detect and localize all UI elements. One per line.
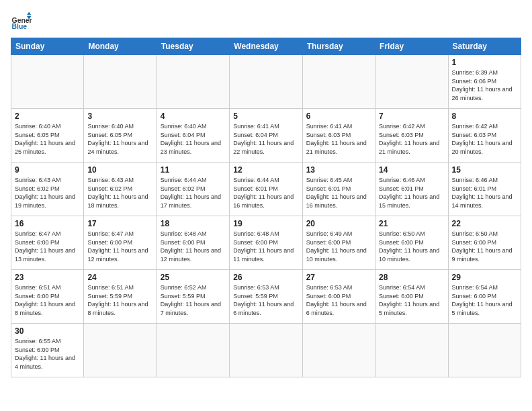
calendar-cell (230, 324, 302, 377)
calendar-cell: 6Sunrise: 6:41 AM Sunset: 6:03 PM Daylig… (302, 109, 375, 163)
day-number: 1 (452, 58, 517, 67)
day-info: Sunrise: 6:54 AM Sunset: 6:00 PM Dayligh… (379, 283, 444, 317)
calendar-week-5: 30Sunrise: 6:55 AM Sunset: 6:00 PM Dayli… (11, 324, 521, 377)
day-number: 29 (452, 273, 517, 282)
day-number: 15 (452, 165, 517, 175)
day-info: Sunrise: 6:51 AM Sunset: 6:00 PM Dayligh… (15, 283, 80, 317)
calendar-cell: 3Sunrise: 6:40 AM Sunset: 6:05 PM Daylig… (84, 109, 157, 163)
day-info: Sunrise: 6:39 AM Sunset: 6:06 PM Dayligh… (452, 68, 517, 102)
day-number: 11 (161, 165, 226, 175)
day-info: Sunrise: 6:54 AM Sunset: 6:00 PM Dayligh… (452, 283, 517, 317)
weekday-sunday: Sunday (11, 38, 84, 55)
day-info: Sunrise: 6:47 AM Sunset: 6:00 PM Dayligh… (87, 230, 152, 263)
day-info: Sunrise: 6:44 AM Sunset: 6:02 PM Dayligh… (161, 176, 226, 210)
calendar-cell (11, 55, 84, 109)
day-number: 8 (452, 111, 517, 121)
day-number: 22 (452, 219, 517, 228)
day-number: 13 (306, 165, 371, 175)
calendar-cell: 21Sunrise: 6:50 AM Sunset: 6:00 PM Dayli… (375, 216, 448, 270)
day-number: 28 (379, 273, 444, 282)
weekday-header-row: SundayMondayTuesdayWednesdayThursdayFrid… (11, 38, 521, 55)
weekday-monday: Monday (84, 38, 157, 55)
calendar-week-0: 1Sunrise: 6:39 AM Sunset: 6:06 PM Daylig… (11, 55, 521, 109)
svg-marker-2 (27, 12, 31, 15)
page-header: General Blue (11, 11, 521, 32)
calendar-cell: 1Sunrise: 6:39 AM Sunset: 6:06 PM Daylig… (448, 55, 521, 109)
calendar-cell: 5Sunrise: 6:41 AM Sunset: 6:04 PM Daylig… (230, 109, 302, 163)
calendar-cell (84, 55, 157, 109)
day-number: 3 (87, 111, 152, 121)
day-number: 16 (15, 219, 80, 228)
day-number: 9 (15, 165, 80, 175)
day-number: 6 (306, 111, 371, 121)
calendar-week-4: 23Sunrise: 6:51 AM Sunset: 6:00 PM Dayli… (11, 270, 521, 324)
day-number: 12 (233, 165, 298, 175)
day-info: Sunrise: 6:46 AM Sunset: 6:01 PM Dayligh… (379, 176, 444, 210)
day-number: 18 (161, 219, 226, 228)
calendar-cell: 7Sunrise: 6:42 AM Sunset: 6:03 PM Daylig… (375, 109, 448, 163)
day-info: Sunrise: 6:47 AM Sunset: 6:00 PM Dayligh… (15, 230, 80, 263)
day-info: Sunrise: 6:40 AM Sunset: 6:05 PM Dayligh… (15, 122, 80, 156)
calendar-cell (157, 55, 229, 109)
calendar-cell: 28Sunrise: 6:54 AM Sunset: 6:00 PM Dayli… (375, 270, 448, 324)
calendar-cell: 12Sunrise: 6:44 AM Sunset: 6:01 PM Dayli… (230, 163, 302, 216)
day-number: 21 (379, 219, 444, 228)
calendar-body: 1Sunrise: 6:39 AM Sunset: 6:06 PM Daylig… (11, 55, 521, 377)
day-number: 19 (233, 219, 298, 228)
day-info: Sunrise: 6:41 AM Sunset: 6:03 PM Dayligh… (306, 122, 371, 156)
day-info: Sunrise: 6:40 AM Sunset: 6:05 PM Dayligh… (87, 122, 152, 156)
weekday-friday: Friday (375, 38, 448, 55)
calendar-cell (302, 324, 375, 377)
day-info: Sunrise: 6:48 AM Sunset: 6:00 PM Dayligh… (233, 230, 298, 263)
calendar-cell: 9Sunrise: 6:43 AM Sunset: 6:02 PM Daylig… (11, 163, 84, 216)
day-info: Sunrise: 6:49 AM Sunset: 6:00 PM Dayligh… (306, 230, 371, 263)
day-info: Sunrise: 6:41 AM Sunset: 6:04 PM Dayligh… (233, 122, 298, 156)
day-info: Sunrise: 6:43 AM Sunset: 6:02 PM Dayligh… (15, 176, 80, 210)
day-info: Sunrise: 6:44 AM Sunset: 6:01 PM Dayligh… (233, 176, 298, 210)
calendar-cell: 30Sunrise: 6:55 AM Sunset: 6:00 PM Dayli… (11, 324, 84, 377)
weekday-saturday: Saturday (448, 38, 521, 55)
calendar-cell: 19Sunrise: 6:48 AM Sunset: 6:00 PM Dayli… (230, 216, 302, 270)
calendar-cell: 2Sunrise: 6:40 AM Sunset: 6:05 PM Daylig… (11, 109, 84, 163)
calendar-cell (302, 55, 375, 109)
day-info: Sunrise: 6:40 AM Sunset: 6:04 PM Dayligh… (161, 122, 226, 156)
day-info: Sunrise: 6:53 AM Sunset: 6:00 PM Dayligh… (306, 283, 371, 317)
calendar-cell: 15Sunrise: 6:46 AM Sunset: 6:01 PM Dayli… (448, 163, 521, 216)
day-info: Sunrise: 6:42 AM Sunset: 6:03 PM Dayligh… (379, 122, 444, 156)
calendar-cell: 11Sunrise: 6:44 AM Sunset: 6:02 PM Dayli… (157, 163, 229, 216)
weekday-thursday: Thursday (302, 38, 375, 55)
day-info: Sunrise: 6:53 AM Sunset: 5:59 PM Dayligh… (233, 283, 298, 317)
calendar-cell: 25Sunrise: 6:52 AM Sunset: 5:59 PM Dayli… (157, 270, 229, 324)
weekday-tuesday: Tuesday (157, 38, 229, 55)
day-number: 17 (87, 219, 152, 228)
day-number: 4 (161, 111, 226, 121)
day-number: 2 (15, 111, 80, 121)
calendar-cell: 20Sunrise: 6:49 AM Sunset: 6:00 PM Dayli… (302, 216, 375, 270)
day-info: Sunrise: 6:55 AM Sunset: 6:00 PM Dayligh… (15, 337, 80, 371)
calendar-cell: 18Sunrise: 6:48 AM Sunset: 6:00 PM Dayli… (157, 216, 229, 270)
day-number: 20 (306, 219, 371, 228)
day-number: 30 (15, 326, 80, 336)
day-info: Sunrise: 6:50 AM Sunset: 6:00 PM Dayligh… (379, 230, 444, 263)
calendar-cell (375, 324, 448, 377)
calendar-week-1: 2Sunrise: 6:40 AM Sunset: 6:05 PM Daylig… (11, 109, 521, 163)
calendar-cell: 23Sunrise: 6:51 AM Sunset: 6:00 PM Dayli… (11, 270, 84, 324)
calendar-cell: 29Sunrise: 6:54 AM Sunset: 6:00 PM Dayli… (448, 270, 521, 324)
day-number: 27 (306, 273, 371, 282)
day-info: Sunrise: 6:48 AM Sunset: 6:00 PM Dayligh… (161, 230, 226, 263)
day-number: 23 (15, 273, 80, 282)
calendar-table: SundayMondayTuesdayWednesdayThursdayFrid… (11, 38, 521, 377)
calendar-cell: 10Sunrise: 6:43 AM Sunset: 6:02 PM Dayli… (84, 163, 157, 216)
day-info: Sunrise: 6:46 AM Sunset: 6:01 PM Dayligh… (452, 176, 517, 210)
day-number: 14 (379, 165, 444, 175)
calendar-cell: 24Sunrise: 6:51 AM Sunset: 5:59 PM Dayli… (84, 270, 157, 324)
calendar-cell: 16Sunrise: 6:47 AM Sunset: 6:00 PM Dayli… (11, 216, 84, 270)
calendar-week-3: 16Sunrise: 6:47 AM Sunset: 6:00 PM Dayli… (11, 216, 521, 270)
day-info: Sunrise: 6:43 AM Sunset: 6:02 PM Dayligh… (87, 176, 152, 210)
logo-icon: General Blue (11, 11, 32, 32)
day-number: 5 (233, 111, 298, 121)
calendar-cell (375, 55, 448, 109)
calendar-cell (157, 324, 229, 377)
day-info: Sunrise: 6:45 AM Sunset: 6:01 PM Dayligh… (306, 176, 371, 210)
day-number: 24 (87, 273, 152, 282)
